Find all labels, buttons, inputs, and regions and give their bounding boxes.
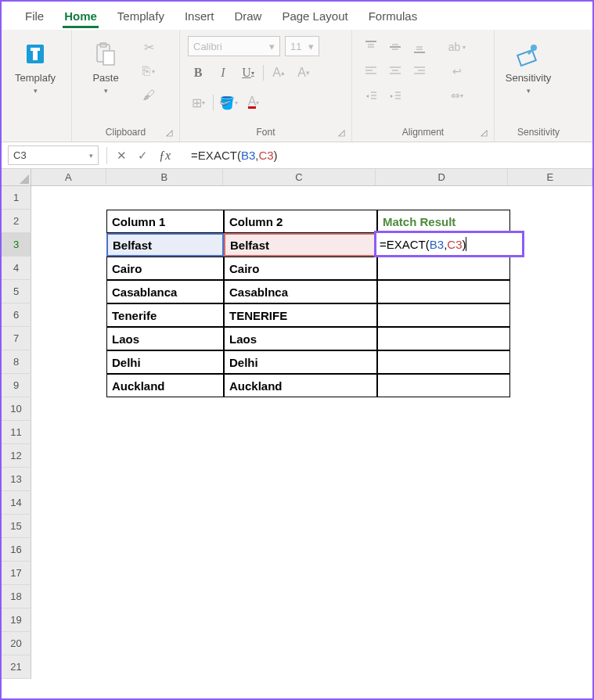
table-cell-c7[interactable]: Laos: [224, 327, 377, 350]
tab-formulas[interactable]: Formulas: [359, 3, 427, 29]
chevron-down-icon: ▾: [104, 87, 108, 95]
align-bottom-button[interactable]: [409, 36, 430, 58]
wrap-text-button[interactable]: ↩: [440, 60, 474, 82]
row-header-18[interactable]: 18: [2, 585, 31, 608]
table-cell-b8[interactable]: Delhi: [106, 350, 224, 374]
row-header-5[interactable]: 5: [2, 280, 31, 303]
table-cell-b9[interactable]: Auckland: [106, 374, 224, 397]
row-header-16[interactable]: 16: [2, 538, 31, 562]
table-header-match[interactable]: Match Result: [377, 210, 510, 233]
editing-cell-d3[interactable]: =EXACT(B3,C3): [374, 231, 524, 257]
table-cell-c3[interactable]: Belfast: [224, 233, 377, 257]
font-color-button[interactable]: A▾: [243, 92, 264, 113]
svg-rect-2: [33, 51, 38, 60]
font-size-dropdown[interactable]: 11▾: [285, 36, 319, 56]
table-cell-c9[interactable]: Auckland: [224, 374, 377, 397]
enter-formula-button[interactable]: ✓: [138, 149, 148, 163]
column-header-c[interactable]: C: [223, 169, 376, 186]
cut-button[interactable]: ✂: [138, 36, 160, 58]
alignment-launcher-icon[interactable]: ◿: [481, 127, 490, 137]
increase-font-button[interactable]: A▴: [268, 63, 289, 83]
bucket-icon: 🪣: [219, 95, 235, 110]
row-header-1[interactable]: 1: [2, 186, 31, 210]
row-header-7[interactable]: 7: [2, 327, 31, 350]
row-header-12[interactable]: 12: [2, 444, 31, 468]
decrease-indent-button[interactable]: [360, 84, 382, 106]
increase-indent-button[interactable]: [384, 84, 406, 106]
font-launcher-icon[interactable]: ◿: [338, 127, 347, 137]
table-cell-d9[interactable]: [377, 374, 510, 397]
table-cell-d6[interactable]: [377, 303, 510, 327]
align-right-button[interactable]: [409, 60, 430, 82]
align-left-button[interactable]: [360, 60, 382, 82]
font-name-dropdown[interactable]: Calibri▾: [188, 36, 280, 56]
row-header-17[interactable]: 17: [2, 562, 31, 585]
row-header-8[interactable]: 8: [2, 350, 31, 374]
row-header-13[interactable]: 13: [2, 468, 31, 491]
table-cell-c4[interactable]: Cairo: [224, 257, 377, 280]
copy-button[interactable]: ⎘▾: [138, 60, 160, 82]
row-header-15[interactable]: 15: [2, 515, 31, 538]
row-header-6[interactable]: 6: [2, 303, 31, 327]
cells-area[interactable]: Column 1Column 2Match ResultBelfastBelfa…: [31, 186, 592, 700]
templafy-button[interactable]: Templafy ▾: [6, 33, 64, 95]
insert-function-button[interactable]: ƒx: [159, 149, 171, 163]
row-header-9[interactable]: 9: [2, 374, 31, 397]
row-header-20[interactable]: 20: [2, 632, 31, 655]
row-header-19[interactable]: 19: [2, 608, 31, 632]
tab-draw[interactable]: Draw: [225, 3, 271, 29]
formula-input[interactable]: =EXACT(B3,C3): [178, 149, 592, 162]
table-cell-c8[interactable]: Delhi: [224, 350, 377, 374]
row-header-4[interactable]: 4: [2, 257, 31, 280]
table-cell-c5[interactable]: Casablnca: [224, 280, 377, 303]
format-painter-button[interactable]: 🖌: [138, 84, 160, 106]
column-header-b[interactable]: B: [106, 169, 223, 186]
paste-button[interactable]: Paste ▾: [77, 33, 135, 95]
table-cell-b6[interactable]: Tenerife: [106, 303, 224, 327]
underline-button[interactable]: U▾: [238, 63, 258, 83]
name-box[interactable]: C3 ▾: [8, 145, 99, 165]
table-cell-d4[interactable]: [377, 257, 510, 280]
table-cell-b5[interactable]: Casablanca: [106, 280, 224, 303]
row-header-21[interactable]: 21: [2, 655, 31, 679]
tab-page-layout[interactable]: Page Layout: [272, 3, 357, 29]
tab-file[interactable]: File: [16, 3, 53, 29]
decrease-font-button[interactable]: A▾: [293, 63, 314, 83]
column-header-d[interactable]: D: [376, 169, 508, 186]
column-header-e[interactable]: E: [508, 169, 592, 186]
row-header-3[interactable]: 3: [2, 233, 31, 257]
borders-button[interactable]: ⊞▾: [188, 92, 208, 113]
tab-templafy[interactable]: Templafy: [108, 3, 174, 29]
column-header-a[interactable]: A: [31, 169, 106, 186]
table-cell-d8[interactable]: [377, 350, 510, 374]
sensitivity-button[interactable]: Sensitivity ▾: [499, 33, 557, 95]
italic-button[interactable]: I: [213, 63, 233, 83]
merge-button[interactable]: ⇔▾: [440, 84, 474, 106]
sensitivity-group-label: Sensitivity: [517, 127, 560, 138]
tab-insert[interactable]: Insert: [175, 3, 224, 29]
clipboard-launcher-icon[interactable]: ◿: [166, 127, 175, 137]
row-header-10[interactable]: 10: [2, 397, 31, 421]
row-header-11[interactable]: 11: [2, 421, 31, 444]
orientation-button[interactable]: ab▾: [440, 36, 474, 58]
align-center-button[interactable]: [384, 60, 406, 82]
table-cell-d5[interactable]: [377, 280, 510, 303]
row-header-14[interactable]: 14: [2, 491, 31, 515]
fill-color-button[interactable]: 🪣▾: [218, 92, 239, 113]
table-cell-b4[interactable]: Cairo: [106, 257, 224, 280]
select-all-corner[interactable]: [2, 169, 31, 186]
chevron-down-icon: ▾: [527, 87, 531, 95]
table-header-col1[interactable]: Column 1: [106, 210, 224, 233]
bold-button[interactable]: B: [188, 63, 208, 83]
spreadsheet-grid[interactable]: ABCDE 123456789101112131415161718192021 …: [2, 169, 592, 700]
table-cell-b7[interactable]: Laos: [106, 327, 224, 350]
row-header-2[interactable]: 2: [2, 210, 31, 233]
tab-home[interactable]: Home: [55, 3, 106, 29]
align-middle-button[interactable]: [384, 36, 406, 58]
table-cell-b3[interactable]: Belfast: [106, 233, 224, 257]
table-cell-c6[interactable]: TENERIFE: [224, 303, 377, 327]
cancel-formula-button[interactable]: ✕: [117, 149, 127, 163]
align-top-button[interactable]: [360, 36, 382, 58]
table-cell-d7[interactable]: [377, 327, 510, 350]
table-header-col2[interactable]: Column 2: [224, 210, 377, 233]
